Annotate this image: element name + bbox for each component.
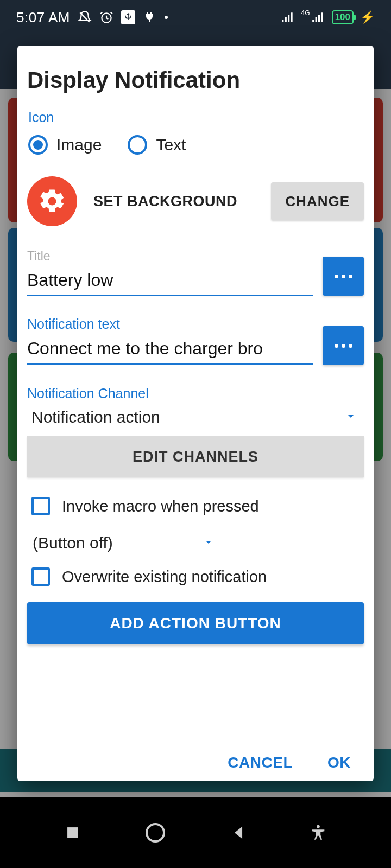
title-input[interactable] bbox=[27, 267, 313, 296]
back-icon[interactable] bbox=[229, 824, 248, 842]
invoke-macro-checkbox-row[interactable]: Invoke macro when pressed bbox=[27, 497, 364, 515]
svg-point-2 bbox=[147, 824, 164, 841]
radio-selected-icon bbox=[28, 135, 48, 155]
radio-label-image: Image bbox=[56, 136, 102, 154]
chevron-down-icon bbox=[344, 408, 357, 426]
accessibility-icon[interactable] bbox=[309, 824, 327, 842]
charging-icon: ⚡ bbox=[360, 10, 375, 24]
channel-select[interactable]: Notification action bbox=[27, 405, 364, 436]
title-field-label: Title bbox=[27, 249, 313, 264]
signal-icon-1 bbox=[281, 10, 295, 24]
overwrite-label: Overwrite existing notification bbox=[62, 568, 267, 586]
change-button[interactable]: CHANGE bbox=[271, 182, 364, 220]
channel-value: Notification action bbox=[31, 408, 160, 426]
radio-option-image[interactable]: Image bbox=[28, 135, 102, 155]
radio-label-text: Text bbox=[156, 136, 186, 154]
checkbox-icon bbox=[31, 567, 50, 586]
button-off-label: (Button off) bbox=[33, 534, 113, 552]
edit-channels-button[interactable]: EDIT CHANNELS bbox=[27, 436, 364, 477]
channel-label: Notification Channel bbox=[27, 386, 364, 401]
battery-icon: 100 bbox=[332, 10, 354, 24]
dnd-icon bbox=[78, 10, 92, 24]
home-icon[interactable] bbox=[143, 821, 167, 845]
chevron-down-icon bbox=[202, 534, 215, 552]
invoke-macro-label: Invoke macro when pressed bbox=[62, 497, 259, 515]
status-dot bbox=[165, 16, 168, 19]
set-background-label: SET BACKGROUND bbox=[93, 193, 237, 210]
title-magic-button[interactable] bbox=[323, 257, 364, 296]
checkbox-icon bbox=[31, 497, 50, 515]
cancel-button[interactable]: CANCEL bbox=[228, 754, 293, 771]
usb-icon bbox=[121, 10, 135, 24]
radio-unselected-icon bbox=[128, 135, 147, 155]
radio-option-text[interactable]: Text bbox=[128, 135, 186, 155]
svg-rect-1 bbox=[67, 827, 78, 838]
notification-icon-preview[interactable] bbox=[27, 176, 77, 226]
icon-section-label: Icon bbox=[27, 110, 364, 125]
plug-icon bbox=[143, 10, 157, 24]
display-notification-dialog: Display Notification Icon Image Text SET… bbox=[17, 46, 374, 781]
status-time: 5:07 AM bbox=[16, 9, 70, 26]
recents-icon[interactable] bbox=[64, 824, 82, 842]
svg-point-3 bbox=[317, 825, 320, 828]
ok-button[interactable]: OK bbox=[327, 754, 351, 771]
system-nav-bar bbox=[0, 797, 391, 868]
button-off-select[interactable]: (Button off) bbox=[27, 528, 223, 567]
signal-icon-2 bbox=[311, 10, 325, 24]
status-bar: 5:07 AM 4G 100 ⚡ bbox=[0, 0, 391, 35]
notification-text-label: Notification text bbox=[27, 316, 313, 332]
alarm-icon bbox=[99, 10, 113, 24]
notification-text-input[interactable] bbox=[27, 335, 313, 365]
notification-text-magic-button[interactable] bbox=[323, 326, 364, 365]
overwrite-checkbox-row[interactable]: Overwrite existing notification bbox=[27, 567, 364, 586]
add-action-button[interactable]: ADD ACTION BUTTON bbox=[27, 602, 364, 644]
gear-icon bbox=[38, 187, 66, 215]
network-4g-label: 4G bbox=[301, 10, 310, 16]
dialog-title: Display Notification bbox=[17, 67, 374, 110]
